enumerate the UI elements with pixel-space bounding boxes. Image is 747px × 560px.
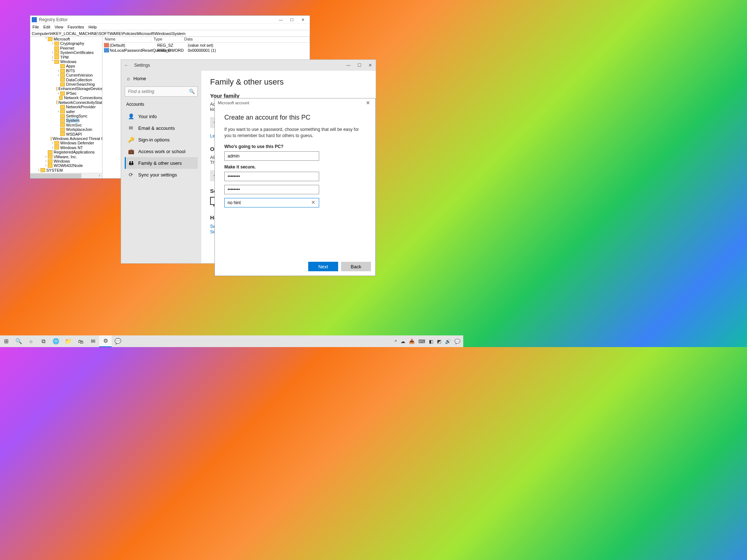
tree-item[interactable]: VMware, Inc.	[30, 155, 102, 159]
tree-item[interactable]: Windows NT	[30, 145, 102, 150]
tree-item[interactable]: SYSTEM	[30, 168, 102, 172]
tree-item[interactable]: safer	[30, 109, 102, 114]
tree-item[interactable]: Network Connections	[30, 96, 102, 100]
taskbar-button[interactable]: ⧉	[37, 335, 50, 347]
tray-icon[interactable]: ☁	[400, 339, 405, 344]
sidebar-item[interactable]: 💼Access work or school	[125, 145, 198, 157]
tree-item[interactable]: TPM	[30, 55, 102, 59]
tree-item[interactable]: System	[30, 118, 102, 122]
taskbar-button[interactable]: 📁	[62, 335, 74, 347]
registry-value-row[interactable]: (Default) REG_SZ (value not set)	[102, 43, 310, 48]
tree-item[interactable]: IPSec	[30, 91, 102, 96]
close-button[interactable]: ✕	[365, 61, 376, 70]
expand-icon[interactable]	[44, 159, 48, 163]
regedit-tree[interactable]: MicrosoftCryptographyPeernetSystemCertif…	[30, 37, 102, 178]
tree-item[interactable]: Windows Advanced Threat Protec	[30, 136, 102, 141]
tree-item[interactable]: WcmSvc	[30, 123, 102, 127]
clear-icon[interactable]: ✕	[311, 199, 316, 205]
expand-icon[interactable]	[51, 141, 54, 145]
maximize-button[interactable]: ☐	[286, 16, 297, 23]
menu-help[interactable]: Help	[89, 25, 97, 29]
tree-item[interactable]: SettingSync	[30, 114, 102, 118]
tree-item[interactable]: Peernet	[30, 46, 102, 50]
tree-item[interactable]: Windows	[30, 59, 102, 64]
tree-item[interactable]: Appx	[30, 64, 102, 68]
search-input[interactable]	[125, 86, 198, 97]
tree-item[interactable]: RegisteredApplications	[30, 150, 102, 154]
tree-item[interactable]: Cryptography	[30, 41, 102, 46]
menu-file[interactable]: File	[32, 25, 39, 29]
settings-search[interactable]: 🔍	[125, 86, 198, 97]
settings-titlebar[interactable]: ← Settings — ☐ ✕	[121, 60, 376, 71]
tree-item[interactable]: WorkplaceJoin	[30, 127, 102, 132]
tray-icon[interactable]: ◧	[429, 339, 433, 344]
column-data[interactable]: Data	[182, 37, 310, 42]
taskbar-button[interactable]: ⊞	[0, 335, 12, 347]
tray-icon[interactable]: 💬	[454, 339, 460, 344]
tree-item[interactable]: Windows Defender	[30, 141, 102, 145]
taskbar-button[interactable]: 🔍	[12, 335, 25, 347]
expand-icon[interactable]	[51, 41, 54, 46]
tree-item[interactable]: EnhancedStorageDevices	[30, 86, 102, 91]
taskbar-button[interactable]: 🌐	[50, 335, 62, 347]
taskbar-button[interactable]: ⚙	[99, 335, 112, 347]
minimize-button[interactable]: —	[343, 61, 354, 70]
sidebar-item[interactable]: ✉Email & accounts	[125, 122, 198, 134]
sidebar-home[interactable]: ⌂ Home	[125, 74, 198, 83]
taskbar-button[interactable]: ○	[25, 335, 37, 347]
back-button[interactable]: ←	[121, 62, 132, 69]
tray-icon[interactable]: ◩	[437, 339, 441, 344]
tray-icon[interactable]: ⌨	[418, 339, 425, 344]
sidebar-item[interactable]: ⟳Sync your settings	[125, 169, 198, 180]
tree-item[interactable]: NetworkConnectivityStatusIndic	[30, 100, 102, 105]
expand-icon[interactable]	[51, 50, 54, 55]
maximize-button[interactable]: ☐	[354, 61, 365, 70]
tree-item[interactable]: CurrentVersion	[30, 73, 102, 77]
minimize-button[interactable]: —	[275, 16, 286, 23]
regedit-titlebar[interactable]: Registry Editor — ☐ ✕	[30, 16, 310, 24]
close-button[interactable]: ✕	[297, 16, 308, 23]
tree-item[interactable]: WOW6432Node	[30, 163, 102, 168]
sidebar-item[interactable]: 👤Your info	[125, 110, 198, 122]
expand-icon[interactable]	[57, 73, 60, 77]
sidebar-item[interactable]: 👪Family & other users	[125, 157, 198, 169]
next-button[interactable]: Next	[308, 262, 338, 271]
menu-edit[interactable]: Edit	[43, 25, 50, 29]
taskbar-button[interactable]: 🛍	[74, 335, 87, 347]
tree-item[interactable]: DriverSearching	[30, 82, 102, 86]
tray-icon[interactable]: ^	[395, 339, 397, 344]
tree-item[interactable]: Windows	[30, 159, 102, 163]
column-type[interactable]: Type	[151, 37, 182, 42]
taskbar-button[interactable]: 💬	[112, 335, 124, 347]
expand-icon[interactable]	[51, 145, 54, 150]
column-name[interactable]: Name	[102, 37, 151, 42]
expand-icon[interactable]	[44, 163, 48, 168]
menu-view[interactable]: View	[55, 25, 63, 29]
tray-icon[interactable]: 🔊	[445, 339, 451, 344]
tree-item[interactable]: BITS	[30, 69, 102, 73]
taskbar-button[interactable]: ✉	[87, 335, 99, 347]
expand-icon[interactable]	[51, 55, 54, 59]
regedit-addressbar[interactable]: Computer\HKEY_LOCAL_MACHINE\SOFTWARE\Pol…	[30, 30, 310, 37]
tree-horizontal-scrollbar[interactable]: ›	[30, 173, 102, 178]
username-input[interactable]	[224, 151, 319, 161]
tray-icon[interactable]: 📥	[409, 339, 415, 344]
confirm-password-input[interactable]	[224, 185, 319, 194]
menu-favorites[interactable]: Favorites	[67, 25, 84, 29]
expand-icon[interactable]	[51, 59, 54, 64]
close-button[interactable]: ✕	[364, 100, 372, 106]
expand-icon[interactable]	[37, 168, 40, 172]
tree-item[interactable]: SystemCertificates	[30, 50, 102, 55]
scrollbar-thumb[interactable]	[30, 174, 81, 178]
expand-icon[interactable]	[57, 69, 60, 73]
tree-item[interactable]: WSDAPI	[30, 132, 102, 136]
password-hint-input[interactable]	[224, 198, 319, 207]
back-button[interactable]: Back	[341, 262, 371, 271]
tree-item[interactable]: Microsoft	[30, 37, 102, 41]
registry-value-row[interactable]: NoLocalPasswordResetQuestions REG_DWORD …	[102, 48, 310, 53]
expand-icon[interactable]	[44, 37, 48, 41]
scrollbar-right-button[interactable]: ›	[97, 173, 102, 178]
expand-icon[interactable]	[57, 109, 60, 114]
password-input[interactable]	[224, 172, 319, 181]
expand-icon[interactable]	[44, 155, 48, 159]
